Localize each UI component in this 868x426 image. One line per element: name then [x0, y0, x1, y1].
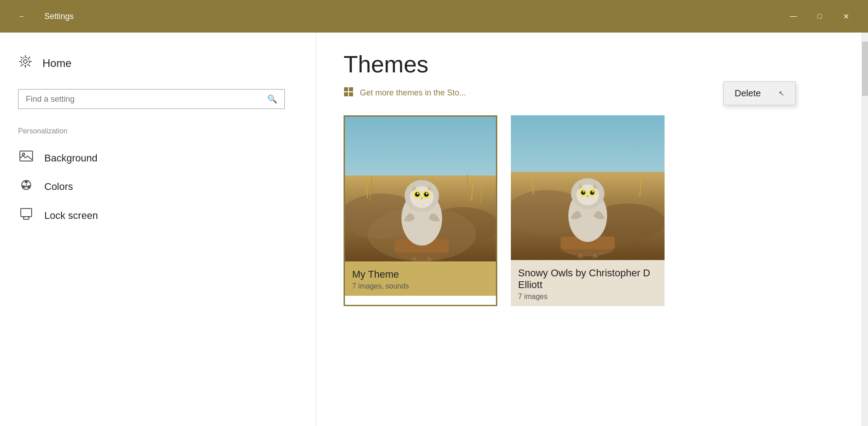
svg-rect-14 [349, 92, 353, 96]
page-title: Themes [344, 51, 841, 78]
search-input[interactable] [26, 95, 267, 104]
theme-desc-snowy-owls: 7 images [518, 293, 657, 301]
content-area: Themes Get more themes in the Sto... Del… [316, 33, 868, 426]
background-label: Background [44, 152, 97, 164]
svg-rect-11 [344, 87, 348, 91]
gear-icon [18, 54, 33, 72]
main-layout: Home 🔍 Personalization Background [0, 33, 868, 426]
sidebar: Home 🔍 Personalization Background [0, 33, 316, 426]
theme-footer-my-theme: My Theme 7 images, sounds [345, 261, 496, 296]
theme-name-snowy-owls: Snowy Owls by Christopher D Elliott [518, 267, 657, 291]
minimize-button[interactable]: — [780, 0, 807, 33]
context-menu-delete[interactable]: Delete ↖ [724, 82, 795, 105]
titlebar-left: ← Settings [9, 0, 74, 33]
theme-card-image-my-theme [345, 117, 497, 261]
themes-grid: My Theme 7 images, sounds [344, 115, 841, 306]
titlebar-title: Settings [44, 12, 74, 21]
cursor-indicator: ↖ [778, 89, 784, 98]
background-icon [18, 151, 34, 166]
sidebar-item-lock-screen[interactable]: Lock screen [18, 201, 298, 230]
titlebar: ← Settings — □ ✕ [0, 0, 868, 33]
colors-label: Colors [44, 181, 73, 193]
colors-icon [18, 178, 34, 195]
scrollbar-track[interactable] [862, 33, 868, 426]
theme-card-image-snowy-owls [511, 115, 665, 260]
store-link-text: Get more themes in the Sto... [360, 88, 466, 98]
scrollbar-thumb[interactable] [862, 42, 868, 96]
svg-rect-2 [20, 151, 33, 161]
sidebar-section-label: Personalization [18, 127, 298, 135]
theme-footer-snowy-owls: Snowy Owls by Christopher D Elliott 7 im… [511, 260, 665, 306]
svg-point-52 [583, 191, 585, 193]
svg-rect-8 [21, 208, 32, 217]
lock-screen-label: Lock screen [44, 210, 98, 222]
theme-card-my-theme[interactable]: My Theme 7 images, sounds [344, 115, 497, 306]
theme-desc-my-theme: 7 images, sounds [352, 282, 489, 290]
svg-point-34 [417, 193, 419, 194]
theme-card-snowy-owls[interactable]: Snowy Owls by Christopher D Elliott 7 im… [511, 115, 665, 306]
sidebar-item-background[interactable]: Background [18, 144, 298, 172]
titlebar-controls: — □ ✕ [780, 0, 859, 33]
svg-point-7 [23, 186, 25, 188]
theme-name-my-theme: My Theme [352, 269, 489, 280]
svg-point-0 [24, 60, 27, 63]
sidebar-item-home[interactable]: Home [18, 51, 298, 76]
context-menu: Delete ↖ [723, 81, 796, 105]
svg-point-5 [25, 181, 28, 183]
back-button[interactable]: ← [9, 0, 35, 33]
sidebar-item-colors[interactable]: Colors [18, 172, 298, 201]
svg-point-6 [28, 186, 30, 188]
search-box[interactable]: 🔍 [18, 89, 285, 109]
home-label: Home [42, 57, 71, 70]
svg-point-1 [21, 57, 29, 66]
store-icon [344, 87, 354, 99]
svg-point-35 [426, 193, 428, 194]
lock-screen-icon [18, 208, 34, 223]
svg-point-53 [592, 191, 594, 193]
svg-point-3 [23, 153, 25, 156]
close-button[interactable]: ✕ [833, 0, 859, 33]
search-icon: 🔍 [267, 94, 277, 104]
svg-rect-12 [349, 87, 353, 91]
svg-rect-13 [344, 92, 348, 96]
maximize-button[interactable]: □ [807, 0, 833, 33]
